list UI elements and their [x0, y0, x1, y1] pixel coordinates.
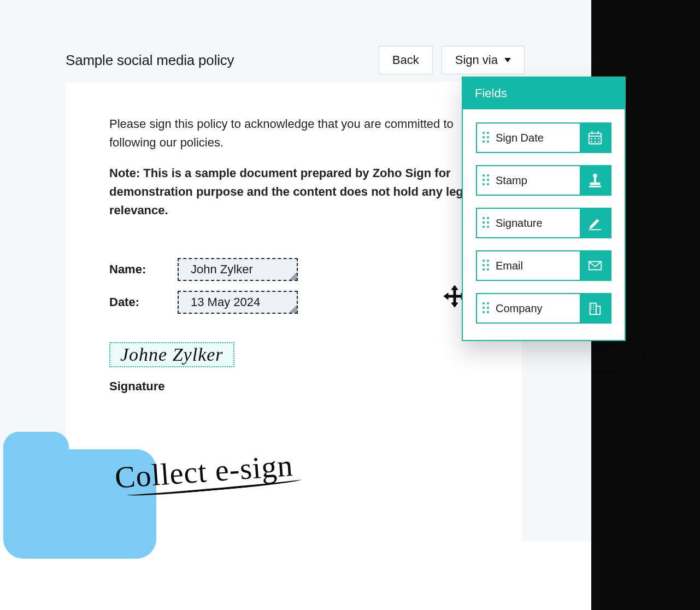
- chevron-down-icon: [504, 58, 511, 62]
- drag-handle-icon[interactable]: [477, 209, 493, 237]
- header-bar: Sample social media policy Back Sign via: [66, 44, 525, 77]
- svg-rect-17: [596, 306, 601, 314]
- field-signature[interactable]: Signature: [476, 208, 611, 238]
- signature-image: Johne Zylker: [120, 344, 223, 365]
- page-title: Sample social media policy: [66, 52, 234, 69]
- back-button-label: Back: [392, 53, 419, 67]
- fields-panel-title: Fields: [463, 78, 625, 109]
- building-icon: [580, 294, 610, 322]
- drag-handle-icon[interactable]: [477, 251, 493, 280]
- header-actions: Back Sign via: [379, 46, 525, 74]
- name-row: Name: John Zylker: [109, 258, 484, 281]
- doc-note: Note: This is a sample document prepared…: [109, 164, 484, 220]
- svg-point-10: [593, 174, 597, 178]
- doc-intro: Please sign this policy to acknowledge t…: [109, 115, 484, 152]
- signature-field[interactable]: Johne Zylker: [109, 342, 234, 367]
- name-field[interactable]: John Zylker: [178, 258, 298, 281]
- field-stamp[interactable]: Stamp: [476, 165, 611, 196]
- field-label: Email: [493, 251, 580, 280]
- drag-handle-icon[interactable]: [477, 294, 493, 322]
- field-email[interactable]: Email: [476, 250, 611, 281]
- name-label: Name:: [109, 262, 161, 277]
- drag-handle-icon[interactable]: [477, 166, 493, 195]
- date-row: Date: 13 May 2024: [109, 291, 484, 314]
- envelope-icon: [580, 251, 610, 280]
- field-sign-date[interactable]: Sign Date: [476, 122, 611, 153]
- field-company[interactable]: Company: [476, 293, 611, 324]
- stamp-icon: [580, 166, 610, 195]
- fields-panel[interactable]: Fields Sign Date Stamp Signature: [462, 77, 626, 341]
- field-label: Company: [493, 294, 580, 322]
- pen-icon: [580, 209, 610, 237]
- signature-label: Signature: [109, 379, 484, 394]
- sign-via-label: Sign via: [455, 53, 498, 67]
- sign-via-dropdown[interactable]: Sign via: [442, 46, 525, 74]
- date-field[interactable]: 13 May 2024: [178, 291, 298, 314]
- svg-rect-11: [594, 177, 596, 182]
- svg-rect-12: [590, 183, 601, 185]
- fields-list: Sign Date Stamp Signature: [463, 109, 625, 340]
- doc-form: Name: John Zylker Date: 13 May 2024: [109, 258, 484, 314]
- field-label: Sign Date: [493, 124, 580, 152]
- drag-handle-icon[interactable]: [477, 124, 493, 152]
- calendar-icon: [580, 124, 610, 152]
- date-label: Date:: [109, 295, 161, 309]
- svg-rect-16: [590, 303, 596, 315]
- field-label: Signature: [493, 209, 580, 237]
- back-button[interactable]: Back: [379, 46, 433, 74]
- field-label: Stamp: [493, 166, 580, 195]
